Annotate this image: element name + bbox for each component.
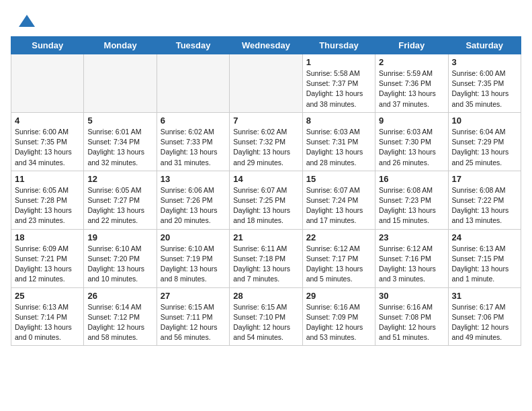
cell-info: Sunrise: 6:11 AMSunset: 7:18 PMDaylight:… <box>233 244 298 285</box>
table-row: 10Sunrise: 6:04 AMSunset: 7:29 PMDayligh… <box>448 112 521 171</box>
table-row: 3Sunrise: 6:00 AMSunset: 7:35 PMDaylight… <box>448 54 521 113</box>
cell-info: Sunrise: 6:09 AMSunset: 7:21 PMDaylight:… <box>15 244 80 285</box>
day-number: 31 <box>452 291 517 301</box>
svg-marker-0 <box>19 15 35 27</box>
table-row <box>84 54 157 113</box>
day-number: 28 <box>233 291 298 301</box>
table-row <box>11 54 84 113</box>
cell-info: Sunrise: 6:00 AMSunset: 7:35 PMDaylight:… <box>15 127 80 168</box>
day-of-week-monday: Monday <box>84 37 157 54</box>
table-row: 23Sunrise: 6:12 AMSunset: 7:16 PMDayligh… <box>375 229 448 287</box>
cell-info: Sunrise: 6:07 AMSunset: 7:25 PMDaylight:… <box>233 185 298 226</box>
day-number: 7 <box>233 116 298 126</box>
table-row: 16Sunrise: 6:08 AMSunset: 7:23 PMDayligh… <box>375 171 448 229</box>
table-row: 2Sunrise: 5:59 AMSunset: 7:36 PMDaylight… <box>375 54 448 113</box>
week-row-2: 11Sunrise: 6:05 AMSunset: 7:28 PMDayligh… <box>11 171 521 229</box>
table-row: 6Sunrise: 6:02 AMSunset: 7:33 PMDaylight… <box>157 112 229 171</box>
cell-info: Sunrise: 6:03 AMSunset: 7:31 PMDaylight:… <box>306 127 371 168</box>
day-number: 16 <box>379 174 444 184</box>
logo-icon <box>17 12 36 31</box>
table-row: 19Sunrise: 6:10 AMSunset: 7:20 PMDayligh… <box>84 229 157 287</box>
week-row-1: 4Sunrise: 6:00 AMSunset: 7:35 PMDaylight… <box>11 112 521 171</box>
table-row: 20Sunrise: 6:10 AMSunset: 7:19 PMDayligh… <box>157 229 229 287</box>
cell-info: Sunrise: 6:08 AMSunset: 7:23 PMDaylight:… <box>379 185 444 226</box>
day-number: 22 <box>306 232 371 242</box>
day-number: 10 <box>452 116 517 126</box>
cell-info: Sunrise: 6:03 AMSunset: 7:30 PMDaylight:… <box>379 127 444 168</box>
table-row: 27Sunrise: 6:15 AMSunset: 7:11 PMDayligh… <box>157 287 229 346</box>
day-number: 27 <box>161 291 226 301</box>
day-number: 24 <box>452 232 517 242</box>
table-row: 30Sunrise: 6:16 AMSunset: 7:08 PMDayligh… <box>375 287 448 346</box>
table-row: 31Sunrise: 6:17 AMSunset: 7:06 PMDayligh… <box>448 287 521 346</box>
table-row: 29Sunrise: 6:16 AMSunset: 7:09 PMDayligh… <box>302 287 375 346</box>
table-row: 4Sunrise: 6:00 AMSunset: 7:35 PMDaylight… <box>11 112 84 171</box>
day-number: 17 <box>452 174 517 184</box>
day-number: 3 <box>452 57 517 67</box>
calendar-wrapper: SundayMondayTuesdayWednesdayThursdayFrid… <box>0 36 532 357</box>
calendar-table: SundayMondayTuesdayWednesdayThursdayFrid… <box>11 36 521 346</box>
cell-info: Sunrise: 6:13 AMSunset: 7:14 PMDaylight:… <box>15 302 80 343</box>
table-row: 24Sunrise: 6:13 AMSunset: 7:15 PMDayligh… <box>448 229 521 287</box>
day-number: 30 <box>379 291 444 301</box>
table-row <box>157 54 229 113</box>
cell-info: Sunrise: 6:16 AMSunset: 7:09 PMDaylight:… <box>306 302 371 343</box>
day-number: 14 <box>233 174 298 184</box>
table-row: 7Sunrise: 6:02 AMSunset: 7:32 PMDaylight… <box>230 112 302 171</box>
cell-info: Sunrise: 6:07 AMSunset: 7:24 PMDaylight:… <box>306 185 371 226</box>
day-number: 26 <box>87 291 152 301</box>
day-number: 9 <box>379 116 444 126</box>
day-of-week-sunday: Sunday <box>11 37 84 54</box>
cell-info: Sunrise: 6:10 AMSunset: 7:19 PMDaylight:… <box>161 244 226 285</box>
page-header <box>0 0 532 36</box>
cell-info: Sunrise: 6:14 AMSunset: 7:12 PMDaylight:… <box>87 302 152 343</box>
day-of-week-friday: Friday <box>375 37 448 54</box>
table-row: 1Sunrise: 5:58 AMSunset: 7:37 PMDaylight… <box>302 54 375 113</box>
day-number: 19 <box>87 232 152 242</box>
day-of-week-wednesday: Wednesday <box>230 37 302 54</box>
day-number: 1 <box>306 57 371 67</box>
week-row-0: 1Sunrise: 5:58 AMSunset: 7:37 PMDaylight… <box>11 54 521 113</box>
logo <box>16 12 36 31</box>
table-row: 15Sunrise: 6:07 AMSunset: 7:24 PMDayligh… <box>302 171 375 229</box>
table-row: 8Sunrise: 6:03 AMSunset: 7:31 PMDaylight… <box>302 112 375 171</box>
day-of-week-saturday: Saturday <box>448 37 521 54</box>
cell-info: Sunrise: 6:08 AMSunset: 7:22 PMDaylight:… <box>452 185 517 226</box>
cell-info: Sunrise: 6:13 AMSunset: 7:15 PMDaylight:… <box>452 244 517 285</box>
cell-info: Sunrise: 6:12 AMSunset: 7:16 PMDaylight:… <box>379 244 444 285</box>
table-row: 21Sunrise: 6:11 AMSunset: 7:18 PMDayligh… <box>230 229 302 287</box>
day-number: 13 <box>161 174 226 184</box>
day-number: 2 <box>379 57 444 67</box>
table-row: 18Sunrise: 6:09 AMSunset: 7:21 PMDayligh… <box>11 229 84 287</box>
calendar-body: 1Sunrise: 5:58 AMSunset: 7:37 PMDaylight… <box>11 54 521 346</box>
day-of-week-thursday: Thursday <box>302 37 375 54</box>
cell-info: Sunrise: 6:16 AMSunset: 7:08 PMDaylight:… <box>379 302 444 343</box>
cell-info: Sunrise: 5:58 AMSunset: 7:37 PMDaylight:… <box>306 68 371 109</box>
day-number: 25 <box>15 291 80 301</box>
day-number: 8 <box>306 116 371 126</box>
table-row: 9Sunrise: 6:03 AMSunset: 7:30 PMDaylight… <box>375 112 448 171</box>
week-row-4: 25Sunrise: 6:13 AMSunset: 7:14 PMDayligh… <box>11 287 521 346</box>
day-number: 11 <box>15 174 80 184</box>
table-row: 17Sunrise: 6:08 AMSunset: 7:22 PMDayligh… <box>448 171 521 229</box>
cell-info: Sunrise: 6:05 AMSunset: 7:27 PMDaylight:… <box>87 185 152 226</box>
week-row-3: 18Sunrise: 6:09 AMSunset: 7:21 PMDayligh… <box>11 229 521 287</box>
day-number: 23 <box>379 232 444 242</box>
day-number: 12 <box>87 174 152 184</box>
calendar-header: SundayMondayTuesdayWednesdayThursdayFrid… <box>11 37 521 54</box>
cell-info: Sunrise: 6:02 AMSunset: 7:32 PMDaylight:… <box>233 127 298 168</box>
day-number: 29 <box>306 291 371 301</box>
table-row: 12Sunrise: 6:05 AMSunset: 7:27 PMDayligh… <box>84 171 157 229</box>
day-number: 18 <box>15 232 80 242</box>
day-number: 20 <box>161 232 226 242</box>
cell-info: Sunrise: 6:15 AMSunset: 7:10 PMDaylight:… <box>233 302 298 343</box>
cell-info: Sunrise: 6:10 AMSunset: 7:20 PMDaylight:… <box>87 244 152 285</box>
day-number: 5 <box>87 116 152 126</box>
table-row: 5Sunrise: 6:01 AMSunset: 7:34 PMDaylight… <box>84 112 157 171</box>
cell-info: Sunrise: 6:12 AMSunset: 7:17 PMDaylight:… <box>306 244 371 285</box>
day-number: 4 <box>15 116 80 126</box>
table-row: 13Sunrise: 6:06 AMSunset: 7:26 PMDayligh… <box>157 171 229 229</box>
table-row: 28Sunrise: 6:15 AMSunset: 7:10 PMDayligh… <box>230 287 302 346</box>
day-of-week-tuesday: Tuesday <box>157 37 229 54</box>
table-row: 14Sunrise: 6:07 AMSunset: 7:25 PMDayligh… <box>230 171 302 229</box>
